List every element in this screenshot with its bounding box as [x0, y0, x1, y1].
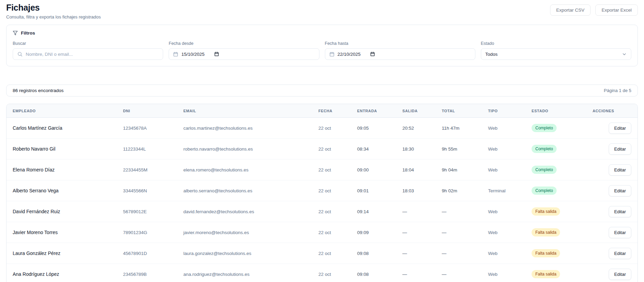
record-date: 22 oct — [312, 201, 351, 222]
date-picker-indicator-icon[interactable] — [370, 52, 375, 56]
date-to-input[interactable]: 22/10/2025 — [325, 48, 475, 60]
employee-email: alberto.serrano@techsolutions.es — [177, 180, 312, 201]
records-count: 86 registros encontrados — [13, 88, 64, 93]
edit-button[interactable]: Editar — [609, 123, 631, 134]
record-exit: 18:30 — [396, 139, 436, 159]
employee-name: Laura González Pérez — [7, 243, 117, 264]
date-to-field: Fecha hasta 22/10/2025 — [325, 41, 475, 60]
edit-button[interactable]: Editar — [609, 206, 631, 217]
record-total: 9h 55m — [436, 139, 482, 159]
employee-dni: 33445566N — [117, 180, 177, 201]
column-header-estado: ESTADO — [525, 104, 586, 118]
search-input[interactable] — [26, 52, 159, 57]
date-from-label: Fecha desde — [169, 41, 319, 46]
record-total: 9h 02m — [436, 180, 482, 201]
record-type: Web — [482, 159, 525, 180]
page-indicator: Página 1 de 5 — [604, 88, 631, 93]
export-csv-button[interactable]: Exportar CSV — [550, 4, 591, 16]
employee-name: David Fernández Ruiz — [7, 201, 117, 222]
employee-dni: 23456789B — [117, 264, 177, 282]
chevron-down-icon — [622, 52, 627, 57]
edit-button[interactable]: Editar — [609, 227, 631, 238]
record-entry: 09:08 — [351, 243, 396, 264]
employee-name: Carlos Martínez García — [7, 118, 117, 139]
record-type: Terminal — [482, 180, 525, 201]
employee-email: javier.moreno@techsolutions.es — [177, 222, 312, 243]
record-entry: 09:08 — [351, 264, 396, 282]
edit-button[interactable]: Editar — [609, 185, 631, 196]
filters-heading: Filtros — [13, 30, 631, 36]
status-badge: Falta salida — [532, 207, 560, 216]
date-picker-indicator-icon[interactable] — [214, 52, 219, 56]
export-buttons: Exportar CSV Exportar Excel — [550, 3, 638, 16]
status-select[interactable]: Todos — [481, 48, 631, 60]
search-input-wrapper — [13, 48, 163, 60]
status-label: Estado — [481, 41, 631, 46]
record-date: 22 oct — [312, 180, 351, 201]
record-total: — — [436, 243, 482, 264]
column-header-total: TOTAL — [436, 104, 482, 118]
column-header-tipo: TIPO — [482, 104, 525, 118]
record-total: — — [436, 264, 482, 282]
search-field: Buscar — [13, 41, 163, 60]
page-header: Fichajes Consulta, filtra y exporta los … — [6, 3, 638, 20]
record-entry: 09:09 — [351, 222, 396, 243]
search-label: Buscar — [13, 41, 163, 46]
status-badge: Completo — [532, 124, 557, 132]
column-header-entrada: ENTRADA — [351, 104, 396, 118]
records-table-card: EMPLEADO DNI EMAIL FECHA ENTRADA SALIDA … — [6, 104, 638, 282]
edit-button[interactable]: Editar — [609, 164, 631, 176]
employee-dni: 45678901D — [117, 243, 177, 264]
status-badge: Completo — [532, 166, 557, 174]
edit-button[interactable]: Editar — [609, 143, 631, 155]
date-to-value: 22/10/2025 — [338, 52, 361, 57]
record-exit: — — [396, 222, 436, 243]
record-date: 22 oct — [312, 159, 351, 180]
record-entry: 09:14 — [351, 201, 396, 222]
column-header-dni: DNI — [117, 104, 177, 118]
table-row: Ana Rodríguez López 23456789B ana.rodrig… — [7, 264, 637, 282]
record-type: Web — [482, 264, 525, 282]
record-date: 22 oct — [312, 139, 351, 159]
record-total: 11h 47m — [436, 118, 482, 139]
employee-name: Roberto Navarro Gil — [7, 139, 117, 159]
date-from-field: Fecha desde 15/10/2025 — [169, 41, 319, 60]
record-entry: 09:01 — [351, 180, 396, 201]
record-entry: 09:00 — [351, 159, 396, 180]
employee-email: laura.gonzalez@techsolutions.es — [177, 243, 312, 264]
page: Fichajes Consulta, filtra y exporta los … — [0, 0, 644, 282]
record-total: 9h 04m — [436, 159, 482, 180]
search-icon — [17, 51, 23, 57]
status-badge: Falta salida — [532, 270, 560, 278]
record-exit: 18:04 — [396, 159, 436, 180]
employee-dni: 22334455M — [117, 159, 177, 180]
status-selected-value: Todos — [485, 52, 498, 57]
date-from-value: 15/10/2025 — [181, 52, 205, 57]
filters-heading-label: Filtros — [21, 30, 35, 36]
record-type: Web — [482, 201, 525, 222]
status-badge: Completo — [532, 145, 557, 153]
employee-name: Javier Moreno Torres — [7, 222, 117, 243]
column-header-empleado: EMPLEADO — [7, 104, 117, 118]
date-from-input[interactable]: 15/10/2025 — [169, 48, 319, 60]
status-badge: Falta salida — [532, 249, 560, 257]
edit-button[interactable]: Editar — [609, 248, 631, 259]
column-header-fecha: FECHA — [312, 104, 351, 118]
page-heading-block: Fichajes Consulta, filtra y exporta los … — [6, 3, 101, 20]
record-exit: — — [396, 201, 436, 222]
record-date: 22 oct — [312, 222, 351, 243]
filters-grid: Buscar Fecha desde 15/10/2025 — [13, 41, 631, 60]
employee-dni: 12345678A — [117, 118, 177, 139]
employee-email: carlos.martinez@techsolutions.es — [177, 118, 312, 139]
record-exit: — — [396, 243, 436, 264]
status-badge: Completo — [532, 187, 557, 195]
table-row: David Fernández Ruiz 56789012E david.fer… — [7, 201, 637, 222]
table-row: Elena Romero Díaz 22334455M elena.romero… — [7, 159, 637, 180]
edit-button[interactable]: Editar — [609, 269, 631, 280]
export-excel-button[interactable]: Exportar Excel — [595, 4, 638, 16]
employee-name: Alberto Serrano Vega — [7, 180, 117, 201]
status-badge: Falta salida — [532, 228, 560, 236]
record-type: Web — [482, 139, 525, 159]
employee-dni: 78901234G — [117, 222, 177, 243]
records-table: EMPLEADO DNI EMAIL FECHA ENTRADA SALIDA … — [7, 104, 637, 282]
